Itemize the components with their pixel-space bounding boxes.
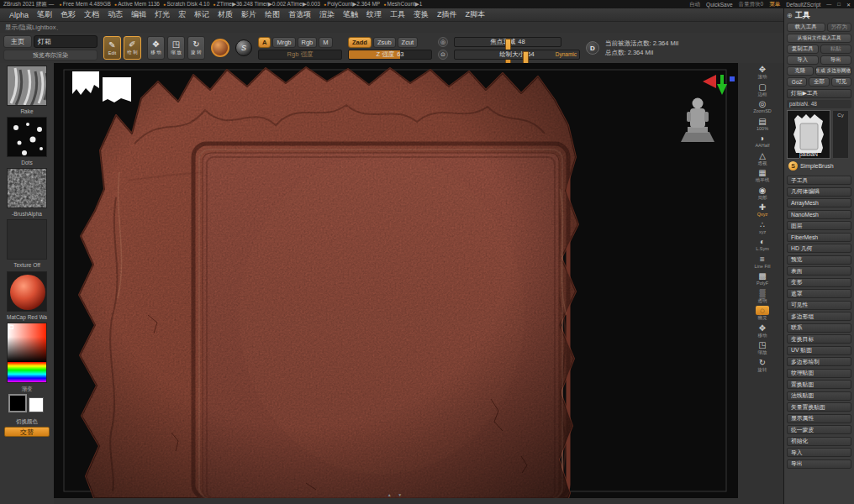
menu-item[interactable]: 工具	[386, 9, 409, 20]
focal-shift-slider[interactable]: 焦点衰减 48	[454, 37, 561, 47]
load-from-project-button[interactable]: 从项目文件载入工具	[787, 34, 851, 43]
preview-boolean-button[interactable]: 预览布尔渲染	[3, 50, 98, 60]
nav-down-arrow[interactable]: ▼	[398, 492, 404, 497]
right-shelf-button[interactable]: ◳ 缩放	[749, 339, 776, 355]
tool-panel-section[interactable]: 遮罩	[787, 289, 851, 298]
stroke-thumbnail[interactable]	[7, 117, 47, 157]
right-shelf-button[interactable]: ▩ PolyF	[749, 270, 776, 286]
switch-color-button[interactable]: 交替	[4, 427, 50, 437]
tool-panel-section[interactable]: 初始化	[787, 437, 851, 446]
next-tool-thumbnail[interactable]: Cy	[832, 110, 849, 159]
active-tool-item[interactable]: paibiaN. 48	[787, 100, 851, 108]
y-axis-arrow[interactable]	[717, 84, 727, 95]
volume-slider[interactable]: 音量滑块0	[739, 1, 764, 8]
z-axis-marker[interactable]	[730, 76, 735, 81]
right-shelf-button[interactable]: ↻ 旋转	[749, 357, 776, 373]
viewport-canvas[interactable]: ▲ ▼	[54, 63, 738, 498]
zsub-button[interactable]: Zsub	[373, 37, 396, 48]
rgb-button[interactable]: Rgb	[298, 37, 318, 48]
right-shelf-button[interactable]: ◐ L.Sym	[749, 236, 776, 252]
menu-item[interactable]: 绘图	[261, 9, 284, 20]
menu-item[interactable]: 笔刷	[33, 9, 56, 20]
menu-item[interactable]: 材质	[214, 9, 237, 20]
tool-panel-section[interactable]: 法线贴图	[787, 391, 851, 401]
paste-tool-button[interactable]: 粘贴	[820, 45, 852, 54]
right-shelf-button[interactable]: ◉ 局部	[749, 185, 776, 201]
scale-button[interactable]: ◳ 缩 放	[167, 36, 185, 60]
texture-thumbnail[interactable]	[7, 219, 47, 260]
tool-panel-section[interactable]: 几何体编辑	[787, 187, 851, 197]
menu-item[interactable]: 宏	[174, 9, 190, 20]
quicksave-button[interactable]: QuickSave	[706, 2, 732, 8]
tool-panel-section[interactable]: 统一蒙皮	[787, 425, 851, 434]
menu-item[interactable]: 变换	[409, 9, 433, 20]
dynamic-mode-icon[interactable]: D	[586, 41, 599, 55]
menu-item[interactable]: 影片	[237, 9, 261, 20]
draw-button[interactable]: ✐ 绘 制	[124, 36, 141, 60]
menu-item[interactable]: 纹理	[362, 9, 386, 20]
menu-item[interactable]: 灯光	[150, 9, 174, 20]
menu-item[interactable]: 首选项	[284, 9, 315, 20]
menu-item[interactable]: 渲染	[315, 9, 339, 20]
right-shelf-button[interactable]: ◗ AAHalf	[749, 133, 776, 149]
minimize-button[interactable]: —	[826, 2, 831, 7]
tool-panel-section[interactable]: 导出	[787, 459, 851, 469]
clone-button[interactable]: 克隆	[787, 66, 814, 76]
menu-item[interactable]: 标记	[190, 9, 214, 20]
z-intensity-slider[interactable]: Z 强度 63	[348, 50, 432, 60]
canvas-nav-arrows[interactable]: ▲ ▼	[387, 492, 404, 497]
draw-size-slider[interactable]: 绘制大小 64 Dynamic	[454, 50, 580, 60]
right-shelf-button[interactable]: ▦ 地平线	[749, 167, 776, 183]
menu-item[interactable]: 色彩	[56, 9, 80, 20]
material-thumbnail[interactable]	[7, 271, 47, 312]
tool-panel-section[interactable]: 显示属性	[787, 414, 851, 423]
tool-panel-section[interactable]: 矢量置换贴图	[787, 402, 851, 412]
menu-item[interactable]: Z插件	[433, 9, 461, 20]
right-shelf-button[interactable]: ▒ 透明	[749, 288, 776, 304]
right-shelf-button[interactable]: ✥ 移动	[749, 323, 776, 339]
draw-size-icon[interactable]: ⊙	[438, 50, 448, 60]
statue-thumbnail[interactable]	[681, 98, 714, 143]
primary-color-swatch[interactable]	[8, 394, 27, 412]
tool-panel-section[interactable]: 表面	[787, 266, 851, 276]
simplebrush-item[interactable]: S SimpleBrush	[787, 160, 851, 172]
menu-item[interactable]: 文档	[80, 9, 103, 20]
copy-tool-button[interactable]: 复制工具	[787, 45, 819, 54]
goz-all-button[interactable]: 全部	[809, 77, 829, 87]
mrgb-button[interactable]: Mrgb	[272, 37, 295, 48]
goz-visible-button[interactable]: 可见	[831, 77, 851, 87]
default-zscript-button[interactable]: DefaultZScript	[786, 2, 820, 8]
rgb-intensity-slider[interactable]: Rgb 强度	[258, 50, 342, 60]
menu-item[interactable]: Z脚本	[461, 9, 490, 20]
tool-panel-section[interactable]: 置换贴图	[787, 380, 851, 389]
plaque-sculpt[interactable]	[54, 63, 738, 498]
save-as-button[interactable]: 另存为	[827, 23, 851, 32]
export-button[interactable]: 导出	[820, 55, 852, 65]
tool-panel-section[interactable]: 图层	[787, 221, 851, 230]
tool-panel-section[interactable]: UV 贴图	[787, 346, 851, 355]
right-shelf-button[interactable]: ◌ 幽灵	[749, 305, 776, 321]
lightbox-tool-bar[interactable]: 灯箱▶工具	[787, 89, 851, 98]
import-button[interactable]: 导入	[787, 55, 819, 65]
m-button[interactable]: M	[319, 37, 332, 48]
brush-preview[interactable]	[211, 39, 229, 57]
lightbox-button[interactable]: 灯箱	[34, 35, 98, 48]
x-axis-arrow[interactable]	[703, 75, 716, 88]
brush-thumbnail[interactable]	[7, 66, 47, 106]
maximize-button[interactable]: □	[837, 2, 841, 7]
menu-item[interactable]: 动态	[103, 9, 127, 20]
home-button[interactable]: 主页	[3, 35, 32, 48]
tool-panel-section[interactable]: 导入	[787, 448, 851, 457]
right-shelf-button[interactable]: △ 透视	[749, 150, 776, 166]
alpha-thumbnail[interactable]	[7, 168, 47, 208]
tool-panel-section[interactable]: NanoMesh	[787, 210, 851, 219]
dynamic-label[interactable]: Dynamic	[556, 51, 577, 57]
edit-button[interactable]: ✎ Edit	[103, 36, 121, 60]
active-tool-thumbnail[interactable]: paibiaN	[787, 110, 830, 159]
panel-zoom-icon[interactable]: ⊕	[787, 12, 793, 19]
menu-item[interactable]: Alpha	[5, 11, 33, 19]
tool-panel-section[interactable]: ArrayMesh	[787, 198, 851, 207]
secondary-color-swatch[interactable]	[29, 397, 44, 412]
material-sphere[interactable]: S	[235, 39, 252, 56]
tool-panel-section[interactable]: 联系	[787, 323, 851, 333]
